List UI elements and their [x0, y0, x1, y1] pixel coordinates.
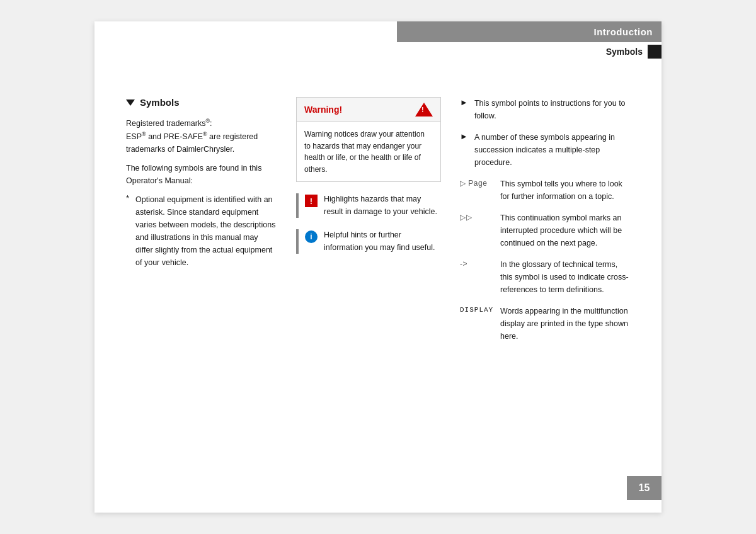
asterisk-mark: *	[126, 193, 129, 269]
page-label: ▷ Page	[460, 178, 493, 188]
asterisk-description: Optional equipment is identified with an…	[135, 193, 277, 269]
warning-box: Warning! Warning notices draw your atten…	[296, 97, 441, 182]
hazard-icon: !	[305, 195, 318, 207]
right-column: ► This symbol points to instructions for…	[460, 97, 630, 351]
page-number: 15	[627, 476, 662, 500]
section-title: Symbols	[140, 97, 180, 108]
asterisk-item: * Optional equipment is identified with …	[126, 193, 277, 269]
bullet-text-2: A number of these symbols appearing in s…	[474, 131, 630, 169]
symbols-bar-label: Symbols	[606, 47, 643, 57]
display-label: DISPLAY	[460, 305, 493, 314]
continuation-label: ▷▷	[460, 212, 493, 222]
bullet-arrow-2: ►	[460, 131, 468, 141]
bullet-text-1: This symbol points to instructions for y…	[474, 97, 630, 122]
bullet-item-1: ► This symbol points to instructions for…	[460, 97, 630, 122]
following-symbols-para: The following symbols are found in this …	[126, 162, 277, 187]
warning-header: Warning!	[297, 98, 440, 122]
hazard-box: ! Highlights hazards that may result in …	[296, 193, 441, 218]
glossary-desc: In the glossary of technical terms, this…	[500, 258, 630, 296]
symbol-row-display: DISPLAY Words appearing in the multifunc…	[460, 305, 630, 343]
trademark-para: Registered trademarks®: ESP® and PRE-SAF…	[126, 116, 277, 156]
page-desc: This symbol tells you where to look for …	[500, 178, 630, 203]
symbol-row-glossary: -> In the glossary of technical terms, t…	[460, 258, 630, 296]
symbol-row-continuation: ▷▷ This continuation symbol marks an int…	[460, 212, 630, 249]
warning-body: Warning notices draw your attention to h…	[297, 122, 440, 181]
info-box: i Helpful hints or further information y…	[296, 229, 441, 254]
intro-title: Introduction	[594, 26, 653, 37]
main-content: Symbols Registered trademarks®: ESP® and…	[126, 97, 630, 351]
glossary-label: ->	[460, 258, 493, 268]
info-description: Helpful hints or further information you…	[324, 229, 441, 254]
section-heading: Symbols	[126, 97, 277, 108]
header-band: Introduction Symbols	[397, 21, 662, 59]
left-column: Symbols Registered trademarks®: ESP® and…	[126, 97, 277, 351]
triangle-icon	[126, 99, 135, 106]
symbol-row-page: ▷ Page This symbol tells you where to lo…	[460, 178, 630, 203]
hazard-description: Highlights hazards that may result in da…	[324, 193, 441, 218]
middle-column: Warning! Warning notices draw your atten…	[296, 97, 441, 351]
page-container: Introduction Symbols Symbols Registered …	[94, 21, 662, 513]
symbols-bar: Symbols	[397, 45, 662, 59]
display-desc: Words appearing in the multifunction dis…	[500, 305, 630, 343]
intro-bar: Introduction	[397, 21, 662, 42]
warning-title: Warning!	[304, 105, 342, 115]
info-icon: i	[305, 230, 318, 243]
bullet-item-2: ► A number of these symbols appearing in…	[460, 131, 630, 169]
continuation-desc: This continuation symbol marks an interr…	[500, 212, 630, 249]
symbols-bar-block	[648, 45, 662, 59]
bullet-arrow-1: ►	[460, 97, 468, 107]
warning-triangle-icon	[415, 103, 433, 116]
